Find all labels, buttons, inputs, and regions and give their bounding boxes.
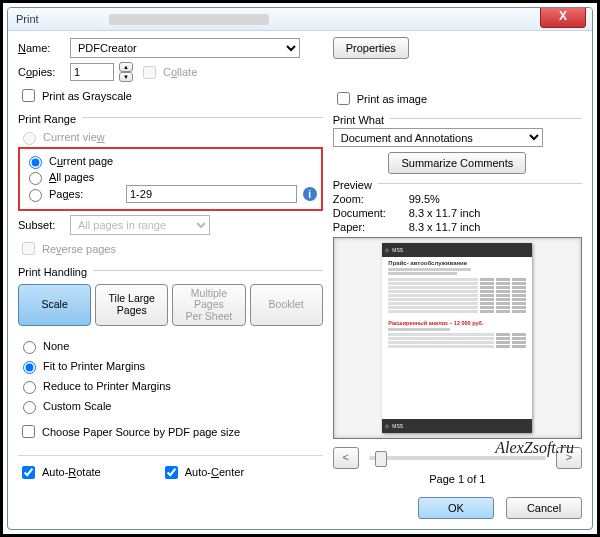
copies-input[interactable] <box>70 63 114 81</box>
pages-input[interactable] <box>126 185 297 203</box>
scale-reduce[interactable]: Reduce to Printer Margins <box>18 378 323 394</box>
preview-doc-title: Прайс- автообслуживание <box>388 260 526 266</box>
page-status: Page 1 of 1 <box>333 473 582 485</box>
pages-radio[interactable]: Pages:Pages: <box>24 186 120 202</box>
tab-scale[interactable]: Scale <box>18 284 91 326</box>
properties-button[interactable]: Properties <box>333 37 409 59</box>
title-redacted <box>109 14 269 25</box>
printer-select[interactable]: PDFCreator <box>70 38 300 58</box>
collate-check: CollateCollate <box>139 63 197 82</box>
collate-checkbox <box>143 66 156 79</box>
copies-up[interactable]: ▲ <box>119 62 133 72</box>
grayscale-check[interactable]: Print as Grayscale <box>18 86 323 105</box>
preview-area: ◇MSS Прайс- автообслуживание <box>333 237 582 439</box>
subset-select: All pages in range <box>70 215 210 235</box>
all-pages-radio[interactable]: All pagesAll pages <box>24 169 317 185</box>
paper-k: Paper: <box>333 221 401 233</box>
reverse-check: Reverse pagesReverse pages <box>18 239 323 258</box>
paper-source-check[interactable]: Choose Paper Source by PDF page size <box>18 422 323 441</box>
grayscale-checkbox[interactable] <box>22 89 35 102</box>
ok-button[interactable]: OK <box>418 497 494 519</box>
window-title: Print <box>16 13 39 25</box>
auto-rotate-check[interactable]: Auto-RotateAuto-Rotate <box>18 463 101 482</box>
next-page-button[interactable]: > <box>556 447 582 469</box>
summarize-button[interactable]: Summarize Comments <box>388 152 526 174</box>
info-icon[interactable]: i <box>303 187 317 201</box>
auto-center-check[interactable]: Auto-CenterAuto-Center <box>161 463 244 482</box>
doc-v: 8.3 x 11.7 inch <box>409 207 481 219</box>
copies-down[interactable]: ▼ <box>119 72 133 82</box>
current-view-radio: Current viewCurrent view <box>18 129 323 145</box>
zoom-v: 99.5% <box>409 193 440 205</box>
paper-v: 8.3 x 11.7 inch <box>409 221 481 233</box>
name-label: NName:ame: <box>18 42 64 54</box>
cancel-button[interactable]: Cancel <box>506 497 582 519</box>
preview-group: Preview <box>333 179 372 191</box>
copies-label: Copies:Copies: <box>18 66 64 78</box>
doc-k: Document: <box>333 207 401 219</box>
tab-multiple[interactable]: Multiple PagesPer SheetMultiple Pages Pe… <box>172 284 245 326</box>
handling-group: Print Handling <box>18 266 87 278</box>
zoom-k: Zoom: <box>333 193 401 205</box>
tab-tile[interactable]: Tile LargePagesTile Large Pages <box>95 284 168 326</box>
current-page-radio[interactable]: Current pageCurrent page <box>24 153 317 169</box>
tab-booklet[interactable]: Booklet <box>250 284 323 326</box>
preview-red-text: Расширенный анализ – 12 000 руб. <box>388 320 526 326</box>
close-button[interactable]: X <box>540 7 586 28</box>
subset-label: Subset: <box>18 219 64 231</box>
scale-custom[interactable]: Custom Scale <box>18 398 323 414</box>
range-group: Print Range <box>18 113 76 125</box>
slider-thumb[interactable] <box>375 451 387 467</box>
print-what-group: Print What <box>333 114 384 126</box>
preview-sheet: ◇MSS Прайс- автообслуживание <box>382 243 532 433</box>
scale-fit[interactable]: Fit to Printer Margins <box>18 358 323 374</box>
scale-none[interactable]: None <box>18 338 323 354</box>
page-slider[interactable] <box>369 456 546 460</box>
print-what-select[interactable]: Document and Annotations <box>333 128 543 146</box>
prev-page-button[interactable]: < <box>333 447 359 469</box>
print-image-check[interactable]: Print as image <box>333 89 582 108</box>
